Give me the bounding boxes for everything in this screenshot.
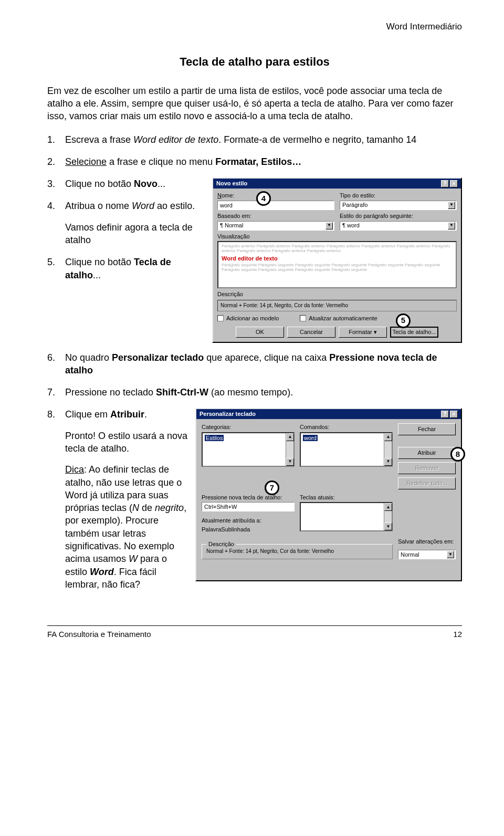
step-number: 1. (47, 133, 65, 146)
atribuida-value: PalavraSublinhada (202, 526, 295, 534)
nome-input[interactable]: word (217, 201, 334, 210)
ok-button[interactable]: OK (236, 327, 284, 338)
chevron-down-icon[interactable]: ▼ (384, 522, 392, 530)
doc-header: Word Intermediário (47, 21, 462, 33)
step-7: 7. Pressione no teclado Shift-Ctrl-W (ao… (47, 386, 462, 399)
step-number: 8. (47, 408, 65, 591)
scrollbar[interactable]: ▲ ▼ (384, 503, 392, 530)
label-atribuida: Atualmente atribuída a: (202, 517, 295, 525)
cancelar-button[interactable]: Cancelar (287, 327, 335, 338)
step-6: 6. No quadro Personalizar teclado que ap… (47, 351, 462, 377)
tecla-atalho-button[interactable]: Tecla de atalho... (390, 327, 438, 338)
dialog-novo-estilo: Novo estilo ? × NNome:ome: word Tipo do … (212, 177, 462, 342)
step-number: 6. (47, 351, 65, 377)
step-number: 4. (47, 200, 65, 246)
label-teclas-atuais: Teclas atuais: (300, 494, 393, 501)
chevron-down-icon[interactable] (447, 551, 454, 558)
label-visualizacao: Visualização (217, 233, 457, 241)
step-text: Atribua o nome Word ao estilo. Vamos def… (65, 200, 206, 246)
label-descricao: Descrição (217, 290, 457, 298)
step-text: Clique no botão Novo... (65, 177, 206, 190)
step-text: Pressione no teclado Shift-Ctrl-W (ao me… (65, 386, 462, 399)
checkbox-icon[interactable] (217, 315, 224, 321)
dialog-personalizar-teclado: Personalizar teclado ? × Categorias: Est… (195, 408, 462, 581)
label-categorias: Categorias: (202, 423, 295, 431)
footer-page-number: 12 (453, 629, 462, 640)
step-text: Clique no botão Tecla de atalho... (65, 256, 206, 281)
dialog-titlebar[interactable]: Novo estilo ? × (213, 179, 461, 189)
step-1: 1. Escreva a frase Word editor de texto.… (47, 133, 462, 146)
label-nova-tecla: Pressione nova tecla de atalho: (202, 494, 295, 501)
step-4: 4. Atribua o nome Word ao estilo. Vamos … (47, 200, 206, 246)
atribuir-button[interactable]: Atribuir (398, 447, 456, 459)
label-seguinte: Estilo do parágrafo seguinte: (340, 212, 457, 220)
close-icon[interactable]: × (450, 180, 458, 187)
chevron-up-icon[interactable]: ▲ (384, 433, 392, 441)
step-2: 2. Selecione a frase e clique no menu Fo… (47, 155, 462, 168)
baseado-combo[interactable]: ¶ Normal (217, 221, 334, 231)
seguinte-combo[interactable]: ¶ word (340, 221, 457, 231)
salvar-combo[interactable]: Normal (398, 550, 456, 559)
remover-button: Remover (398, 462, 456, 474)
step-number: 7. (47, 386, 65, 399)
step-text: Escreva a frase Word editor de texto. Fo… (65, 133, 462, 146)
page-title: Tecla de atalho para estilos (47, 54, 462, 70)
step-8: 8. Clique em Atribuir. Pronto! O estilo … (47, 408, 189, 591)
step-number: 5. (47, 256, 65, 281)
label-baseado: Baseado em: (217, 212, 334, 220)
label-comandos: Comandos: (300, 423, 393, 431)
step-3: 3. Clique no botão Novo... (47, 177, 206, 190)
step-text: No quadro Personalizar teclado que apare… (65, 351, 462, 377)
callout-4: 4 (256, 191, 271, 206)
page-footer: FA Consultoria e Treinamento 12 (47, 625, 462, 640)
callout-8: 8 (450, 447, 465, 462)
descricao-fieldset: Descrição Normal + Fonte: 14 pt, Negrito… (202, 544, 393, 560)
label-salvar: Salvar alterações em: (398, 538, 456, 546)
chevron-down-icon[interactable] (448, 202, 455, 209)
checkbox-icon[interactable] (300, 315, 306, 321)
comandos-listbox[interactable]: word ▲ ▼ (300, 432, 393, 467)
chevron-down-icon[interactable]: ▼ (384, 458, 392, 466)
dialog-title-text: Novo estilo (216, 180, 247, 187)
help-button[interactable]: ? (441, 411, 449, 418)
redefinir-button: Redefinir tudo... (398, 477, 456, 489)
scrollbar[interactable]: ▲ ▼ (286, 433, 293, 466)
checkbox-atualizar[interactable]: Atualizar automaticamente (300, 315, 377, 322)
chevron-down-icon[interactable] (448, 222, 455, 229)
tip-text: Dica: Ao definir teclas de atalho, não u… (65, 463, 189, 591)
descricao-text: Normal + Fonte: 14 pt, Negrito, Cor da f… (217, 300, 457, 311)
step-text: Selecione a frase e clique no menu Forma… (65, 155, 462, 168)
chevron-down-icon[interactable] (326, 222, 333, 229)
scrollbar[interactable]: ▲ ▼ (384, 433, 392, 466)
label-nome: NNome:ome: (217, 192, 334, 200)
chevron-up-icon[interactable]: ▲ (384, 503, 392, 511)
chevron-down-icon[interactable]: ▼ (286, 458, 294, 466)
dialog-title-text: Personalizar teclado (200, 410, 256, 418)
tipo-combo[interactable]: Parágrafo (340, 201, 457, 210)
close-icon[interactable]: × (450, 411, 458, 418)
step-number: 3. (47, 177, 65, 190)
label-tipo: Tipo do estilo: (340, 192, 457, 200)
fechar-button[interactable]: Fechar (398, 423, 456, 435)
callout-5: 5 (396, 314, 411, 328)
dialog-titlebar[interactable]: Personalizar teclado ? × (196, 409, 461, 419)
checkbox-adicionar[interactable]: Adicionar ao modelo (217, 315, 279, 322)
preview-area: Parágrafo anterior Parágrafo anterior Pa… (217, 241, 457, 288)
formatar-button[interactable]: Formatar ▾ (339, 327, 387, 338)
chevron-up-icon[interactable]: ▲ (286, 433, 294, 441)
step-5: 5. Clique no botão Tecla de atalho... (47, 256, 206, 281)
footer-left: FA Consultoria e Treinamento (47, 629, 151, 640)
nova-tecla-input[interactable]: Ctrl+Shift+W (202, 502, 295, 511)
categorias-listbox[interactable]: Estilos ▲ ▼ (202, 432, 295, 467)
teclas-atuais-listbox[interactable]: ▲ ▼ (300, 502, 393, 531)
intro-paragraph: Em vez de escolher um estilo a partir de… (47, 85, 462, 123)
step-number: 2. (47, 155, 65, 168)
help-button[interactable]: ? (441, 180, 449, 187)
step-text: Clique em Atribuir. Pronto! O estilo usa… (65, 408, 189, 591)
